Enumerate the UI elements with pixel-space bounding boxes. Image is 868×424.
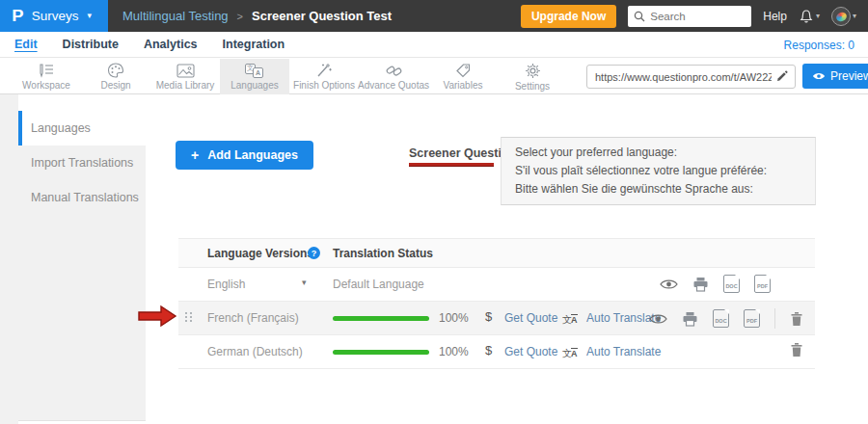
- pdf-icon: PDF: [746, 318, 757, 324]
- trash-icon: [790, 311, 803, 327]
- tab-integration[interactable]: Integration: [223, 38, 285, 51]
- tab-advance-quotas[interactable]: Advance Quotas: [359, 59, 428, 94]
- dollar-icon: $: [485, 309, 492, 324]
- add-languages-label: Add Languages: [207, 148, 298, 162]
- get-quote-link[interactable]: Get Quote: [504, 345, 557, 358]
- preview-button[interactable]: Preview: [802, 64, 868, 89]
- search-input[interactable]: [650, 11, 742, 22]
- export-doc-button[interactable]: DOC: [723, 275, 740, 293]
- breadcrumb-separator: >: [237, 11, 243, 22]
- table-row-english: English ▾ Default Language DOC PDF: [178, 268, 815, 302]
- translation-progress-bar: [333, 316, 429, 321]
- dollar-icon: $: [485, 343, 492, 358]
- get-quote-link[interactable]: Get Quote: [504, 311, 557, 325]
- magic-wand-icon: [315, 63, 333, 78]
- sidebar-item-manual-translations[interactable]: Manual Translations: [18, 180, 146, 215]
- tab-variables[interactable]: Variables: [428, 59, 498, 94]
- gear-icon: [525, 63, 541, 79]
- tab-edit[interactable]: Edit: [14, 38, 38, 51]
- help-link[interactable]: Help: [763, 10, 787, 23]
- notifications-menu[interactable]: ▾: [799, 9, 820, 24]
- chevron-down-icon: ▾: [87, 12, 92, 20]
- languages-sidebar: Languages Import Translations Manual Tra…: [18, 111, 146, 421]
- chevron-down-icon[interactable]: ▾: [302, 278, 307, 287]
- delete-button[interactable]: [790, 342, 803, 358]
- printer-icon: [692, 277, 709, 292]
- pdf-icon: PDF: [757, 283, 768, 289]
- survey-url-input[interactable]: [595, 71, 772, 83]
- printer-icon: [682, 311, 698, 327]
- search-box[interactable]: [628, 6, 751, 27]
- tab-settings[interactable]: Settings: [498, 59, 567, 94]
- trash-icon: [790, 342, 803, 358]
- survey-url-box[interactable]: [586, 65, 796, 89]
- tab-distribute[interactable]: Distribute: [63, 38, 119, 51]
- export-doc-button[interactable]: DOC: [713, 309, 729, 328]
- header-language-versions: Language Versions: [207, 247, 313, 260]
- topbar-right: Upgrade Now Help ▾ ▾: [521, 5, 868, 28]
- preview-label: Preview: [830, 69, 868, 83]
- add-languages-button[interactable]: + Add Languages: [176, 141, 313, 170]
- tab-analytics[interactable]: Analytics: [144, 38, 198, 51]
- page-margin: [0, 94, 18, 424]
- tab-label: Advance Quotas: [358, 80, 429, 91]
- doc-icon: DOC: [715, 318, 726, 324]
- page: P Surveys ▾ Multilingual Testing > Scree…: [0, 0, 868, 424]
- export-pdf-button[interactable]: PDF: [754, 275, 771, 293]
- delete-button[interactable]: [790, 311, 803, 327]
- row-actions: DOC PDF: [649, 308, 803, 329]
- divider: [774, 308, 775, 329]
- surveys-menu[interactable]: P Surveys ▾: [0, 0, 108, 32]
- row-actions: DOC PDF: [660, 275, 771, 293]
- chain-links-icon: [385, 63, 403, 78]
- red-arrow-annotation: [138, 305, 178, 328]
- edit-toolbar: Workspace Design Media Library 文 A Langu…: [0, 59, 868, 94]
- palette-icon: [107, 63, 124, 78]
- help-icon[interactable]: ?: [308, 247, 320, 259]
- tab-label: Media Library: [156, 80, 215, 91]
- bell-icon: [799, 9, 814, 24]
- table-row-french: French (Français) 100% $ Get Quote 文A Au…: [178, 302, 815, 335]
- drag-handle[interactable]: [185, 312, 194, 325]
- tab-languages[interactable]: 文 A Languages: [220, 59, 289, 94]
- questionpro-logo-icon[interactable]: P: [12, 8, 23, 25]
- upgrade-now-button[interactable]: Upgrade Now: [521, 5, 616, 28]
- sidebar-item-import-translations[interactable]: Import Translations: [18, 146, 146, 180]
- tab-label: Languages: [231, 80, 279, 91]
- view-button[interactable]: [649, 313, 667, 325]
- account-menu[interactable]: ▾: [831, 7, 856, 26]
- tab-workspace[interactable]: Workspace: [12, 59, 81, 94]
- screener-line-french: S'il vous plaît sélectionnez votre langu…: [515, 162, 801, 180]
- tab-media-library[interactable]: Media Library: [150, 59, 220, 94]
- view-button[interactable]: [660, 278, 678, 290]
- breadcrumb-page-name: Screener Question Test: [252, 9, 392, 23]
- screener-line-english: Select your preferred language:: [515, 144, 801, 162]
- auto-translate-link[interactable]: Auto Translate: [586, 345, 661, 358]
- translate-icon: 文A: [562, 309, 580, 327]
- responses-count[interactable]: Responses: 0: [784, 39, 854, 52]
- tab-label: Design: [100, 80, 130, 91]
- eye-icon: [649, 313, 667, 325]
- export-pdf-button[interactable]: PDF: [744, 309, 760, 328]
- print-button[interactable]: [682, 311, 698, 327]
- breadcrumb-survey-name[interactable]: Multilingual Testing: [122, 9, 229, 23]
- tab-design[interactable]: Design: [81, 59, 150, 94]
- print-button[interactable]: [692, 277, 709, 292]
- eye-icon: [812, 71, 826, 81]
- language-versions-table: Language Versions ? Translation Status E…: [178, 238, 815, 369]
- tab-label: Variables: [444, 80, 483, 91]
- language-name: German (Deutsch): [207, 345, 303, 358]
- tab-label: Settings: [515, 81, 550, 92]
- translation-progress-value: 100%: [439, 311, 469, 325]
- screener-question-preview: Select your preferred language: S'il vou…: [501, 137, 816, 205]
- translate-icon: 文 A: [245, 64, 264, 78]
- workspace-icon: [37, 63, 56, 78]
- language-name: English: [207, 278, 245, 291]
- chevron-down-icon: ▾: [853, 12, 856, 20]
- tab-finish-options[interactable]: Finish Options: [289, 59, 359, 94]
- product-name: Surveys: [32, 9, 79, 23]
- sidebar-item-languages[interactable]: Languages: [18, 111, 146, 146]
- language-name: French (Français): [207, 311, 299, 325]
- breadcrumb: Multilingual Testing > Screener Question…: [122, 9, 392, 23]
- edit-url-button[interactable]: [772, 67, 791, 87]
